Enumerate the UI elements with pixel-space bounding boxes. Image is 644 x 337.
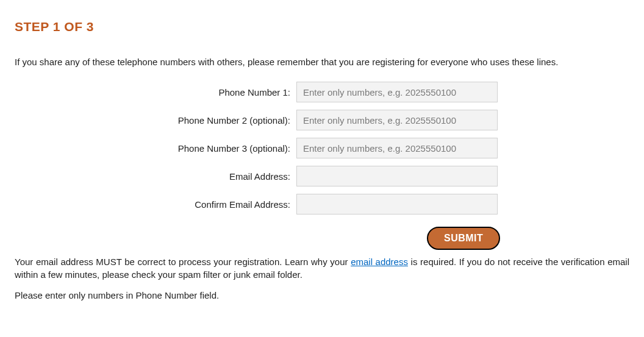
phone-3-label: Phone Number 3 (optional): [15, 143, 296, 154]
phone-1-label: Phone Number 1: [15, 87, 296, 98]
email-label: Email Address: [15, 171, 296, 182]
email-row: Email Address: [15, 166, 629, 186]
notice-before-link: Your email address MUST be correct to pr… [15, 257, 351, 267]
phone-3-row: Phone Number 3 (optional): [15, 138, 629, 158]
submit-row: SUBMIT [15, 227, 629, 250]
step-heading: STEP 1 OF 3 [15, 20, 629, 34]
phone-2-row: Phone Number 2 (optional): [15, 110, 629, 130]
email-input[interactable] [296, 166, 498, 186]
email-address-link[interactable]: email address [351, 257, 408, 267]
submit-spacer [15, 227, 427, 250]
phone-2-input[interactable] [296, 110, 498, 130]
phone-3-input[interactable] [296, 138, 498, 158]
phone-2-label: Phone Number 2 (optional): [15, 115, 296, 126]
phone-helper-text: Please enter only numbers in Phone Numbe… [15, 289, 629, 302]
confirm-email-label: Confirm Email Address: [15, 199, 296, 210]
confirm-email-input[interactable] [296, 194, 498, 215]
confirm-email-row: Confirm Email Address: [15, 194, 629, 215]
submit-button[interactable]: SUBMIT [427, 227, 500, 250]
phone-1-row: Phone Number 1: [15, 82, 629, 102]
email-notice: Your email address MUST be correct to pr… [15, 256, 629, 281]
registration-form: Phone Number 1: Phone Number 2 (optional… [15, 82, 629, 250]
intro-text: If you share any of these telephone numb… [15, 56, 629, 68]
phone-1-input[interactable] [296, 82, 498, 102]
